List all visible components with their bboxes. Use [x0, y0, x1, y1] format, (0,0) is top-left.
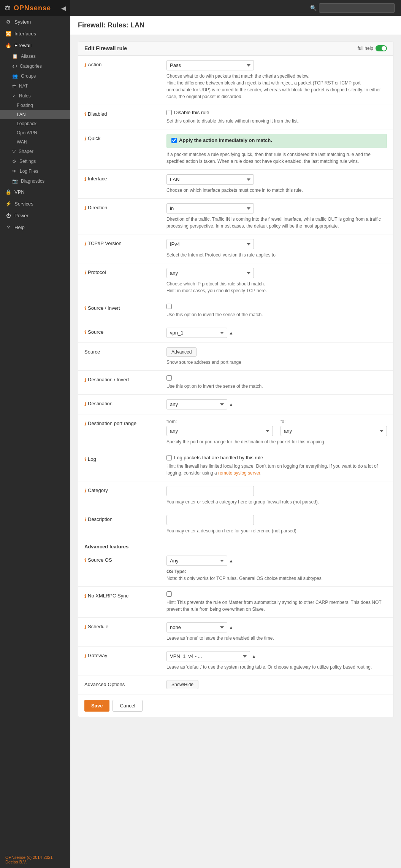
sidebar-item-aliases[interactable]: 📋 Aliases [0, 51, 70, 61]
full-help-toggle-icon[interactable] [376, 45, 387, 51]
sidebar-item-diagnostics[interactable]: 📷 Diagnostics [0, 176, 70, 186]
sidebar-item-label-services: Services [14, 201, 33, 207]
port-range-row: from: any to: any [166, 419, 387, 436]
source-invert-checkbox-label[interactable] [166, 304, 387, 309]
sidebar-item-label-lan: LAN [17, 112, 25, 117]
sidebar-item-rules[interactable]: ✓ Rules [0, 91, 70, 101]
source-advanced-label: Source [84, 347, 160, 355]
log-info-icon: ℹ [84, 457, 86, 462]
advanced-features-label: Advanced features [78, 539, 393, 551]
destination-port-help-text: Specify the port or port range for the d… [166, 438, 387, 445]
sidebar-item-label-system: System [14, 19, 31, 25]
gateway-content: VPN_1_v4 - ... default ▲ Leave as 'defau… [166, 651, 387, 671]
source-invert-checkbox[interactable] [166, 304, 172, 309]
sidebar-item-settings[interactable]: ⚙ Settings [0, 156, 70, 166]
action-select[interactable]: Pass Block Reject [166, 60, 254, 70]
sidebar-item-wan[interactable]: WAN [0, 137, 70, 147]
gateway-row: ℹ Gateway VPN_1_v4 - ... default ▲ Leave… [78, 647, 393, 675]
sidebar-item-power[interactable]: ⏻ Power [0, 210, 70, 221]
category-help-text: You may enter or select a category here … [166, 499, 387, 505]
disabled-checkbox[interactable] [166, 110, 172, 115]
sidebar-item-loopback[interactable]: Loopback [0, 119, 70, 128]
quick-checkbox[interactable] [171, 138, 177, 143]
gateway-select-wrap: VPN_1_v4 - ... default ▲ [166, 651, 387, 661]
action-content: Pass Block Reject Choose what to do with… [166, 60, 387, 100]
gateway-select[interactable]: VPN_1_v4 - ... default [166, 651, 250, 661]
search-input[interactable] [319, 3, 395, 13]
log-checkbox-label[interactable]: Log packets that are handled by this rul… [166, 455, 387, 460]
source-select-wrap: vpn_1 any LAN net WAN net ▲ [166, 328, 387, 338]
sidebar-item-log-files[interactable]: 👁 Log Files [0, 166, 70, 176]
log-checkbox[interactable] [166, 455, 172, 460]
destination-invert-checkbox-label[interactable] [166, 375, 387, 381]
source-os-help-text: OS Type: Note: this only works for TCP r… [166, 568, 387, 582]
schedule-select[interactable]: none [166, 622, 227, 632]
sidebar-item-groups[interactable]: 👥 Groups [0, 71, 70, 81]
sidebar-item-label-categories: Categories [20, 64, 42, 69]
category-input[interactable] [166, 486, 254, 496]
destination-invert-checkbox[interactable] [166, 375, 172, 381]
sidebar-item-services[interactable]: ⚡ Services [0, 198, 70, 210]
source-os-select[interactable]: Any Linux Windows macOS [166, 556, 227, 566]
sidebar-collapse-button[interactable]: ◀ [61, 5, 66, 12]
sidebar-item-vpn[interactable]: 🔒 VPN [0, 186, 70, 198]
form-buttons: Save Cancel [78, 694, 393, 717]
sidebar-item-lan[interactable]: LAN [0, 110, 70, 119]
syslog-link[interactable]: remote syslog server [218, 470, 260, 476]
description-info-icon: ℹ [84, 517, 86, 522]
source-label: ℹ Source [84, 328, 160, 335]
power-icon: ⏻ [5, 213, 11, 218]
source-row: ℹ Source vpn_1 any LAN net WAN net ▲ [78, 323, 393, 343]
sidebar-item-floating[interactable]: Floating [0, 101, 70, 110]
full-help-toggle[interactable]: full help [358, 45, 387, 51]
sidebar-item-label-aliases: Aliases [21, 54, 36, 59]
sidebar-item-help[interactable]: ? Help [0, 221, 70, 233]
sidebar-item-openvpn[interactable]: OpenVPN [0, 128, 70, 137]
cancel-button[interactable]: Cancel [113, 700, 142, 712]
category-label: ℹ Category [84, 486, 160, 494]
port-to-select[interactable]: any [281, 426, 387, 436]
sidebar-item-label-groups: Groups [21, 73, 36, 79]
quick-checkbox-label[interactable]: Apply the action immediately on match. [171, 137, 382, 143]
description-input[interactable] [166, 515, 254, 525]
sidebar-item-label-firewall: Firewall [14, 43, 32, 48]
log-files-icon: 👁 [12, 169, 17, 174]
action-row: ℹ Action Pass Block Reject Choose what t… [78, 56, 393, 105]
protocol-row: ℹ Protocol any TCP UDP TCP/UDP ICMP Choo… [78, 263, 393, 299]
sidebar-item-label-loopback: Loopback [17, 121, 36, 126]
advanced-options-button[interactable]: Show/Hide [166, 680, 198, 689]
direction-select[interactable]: in out [166, 203, 254, 213]
direction-content: in out Direction of the traffic. Traffic… [166, 203, 387, 229]
no-xmlrpc-checkbox[interactable] [166, 591, 172, 597]
no-xmlrpc-info-icon: ℹ [84, 593, 86, 599]
gateway-info-icon: ℹ [84, 653, 86, 659]
search-bar: 🔍 [310, 3, 395, 13]
sidebar-item-label-nat: NAT [19, 83, 28, 89]
protocol-select[interactable]: any TCP UDP TCP/UDP ICMP [166, 268, 254, 278]
no-xmlrpc-checkbox-label[interactable] [166, 591, 387, 597]
sidebar-item-firewall[interactable]: 🔥 Firewall [0, 40, 70, 51]
save-button[interactable]: Save [84, 700, 109, 712]
destination-invert-label: ℹ Destination / Invert [84, 375, 160, 383]
tcpip-content: IPv4 IPv6 IPv4+IPv6 Select the Internet … [166, 239, 387, 258]
port-from-select[interactable]: any [166, 426, 273, 436]
sidebar-item-label-shaper: Shaper [19, 149, 33, 154]
destination-invert-row: ℹ Destination / Invert Use this option t… [78, 371, 393, 395]
source-advanced-button[interactable]: Advanced [166, 347, 197, 357]
sidebar-item-categories[interactable]: 🏷 Categories [0, 61, 70, 71]
sidebar-item-nat[interactable]: ⇄ NAT [0, 81, 70, 91]
sidebar-item-interfaces[interactable]: 🔀 Interfaces [0, 28, 70, 40]
sidebar-item-system[interactable]: ⚙ System [0, 16, 70, 28]
destination-select-wrap: any LAN net WAN net vpn_1 ▲ [166, 399, 387, 409]
disabled-checkbox-label[interactable]: Disable this rule [166, 110, 387, 115]
sidebar-item-label-vpn: VPN [14, 189, 25, 195]
advanced-options-row: Advanced Options Show/Hide [78, 675, 393, 694]
interface-select[interactable]: LAN WAN OpenVPN [166, 174, 254, 185]
source-select[interactable]: vpn_1 any LAN net WAN net [166, 328, 227, 338]
log-content: Log packets that are handled by this rul… [166, 455, 387, 476]
schedule-help-text: Leave as 'none' to leave the rule enable… [166, 635, 387, 642]
diagnostics-icon: 📷 [12, 178, 18, 184]
destination-select[interactable]: any LAN net WAN net vpn_1 [166, 399, 227, 409]
tcpip-select[interactable]: IPv4 IPv6 IPv4+IPv6 [166, 239, 254, 249]
sidebar-item-shaper[interactable]: ▽ Shaper [0, 147, 70, 156]
